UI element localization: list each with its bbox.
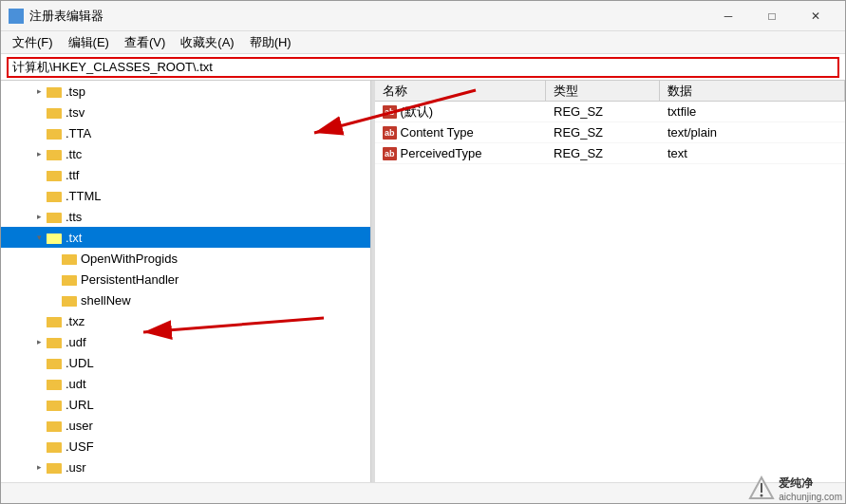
svg-rect-39 [47,319,62,327]
tree-item-PersistentHandler[interactable]: PersistentHandler [1,269,370,289]
folder-icon-UDL [47,356,62,369]
tree-item-usr[interactable]: ▸ .usr [1,457,370,477]
value-data-1: text/plain [660,122,845,142]
folder-icon-tts [47,210,62,223]
expand-icon-ttc[interactable]: ▸ [31,146,47,161]
expand-icon-URL [31,397,47,412]
svg-rect-48 [47,382,62,390]
values-header: 名称 类型 数据 [375,81,845,102]
value-row-2[interactable]: abPerceivedTypeREG_SZtext [375,143,845,164]
maximize-button[interactable]: □ [750,1,794,31]
svg-rect-18 [47,173,62,181]
svg-rect-9 [47,110,62,119]
folder-icon-OpenWithProgids [62,252,77,265]
value-name-text-2: PerceivedType [401,146,482,160]
svg-rect-45 [47,361,62,369]
expand-icon-usr[interactable]: ▸ [31,459,47,475]
tree-item-TTA[interactable]: .TTA [1,122,370,143]
svg-rect-3 [17,17,22,22]
svg-point-67 [761,495,763,497]
values-panel[interactable]: 名称 类型 数据 ab(默认)REG_SZtxtfileabContent Ty… [375,81,845,482]
value-name-2: abPerceivedType [375,143,546,163]
ab-badge-2: ab [383,147,397,160]
tree-label-tsp: .tsp [66,84,85,99]
folder-icon-udf [47,335,62,348]
tree-label-tts: .tts [66,210,82,224]
value-row-0[interactable]: ab(默认)REG_SZtxtfile [375,102,845,122]
value-row-1[interactable]: abContent TypeREG_SZtext/plain [375,122,845,143]
tree-item-shellNew[interactable]: shellNew [1,289,370,310]
tree-item-OpenWithProgids[interactable]: OpenWithProgids [1,248,370,269]
tree-label-tsv: .tsv [66,105,85,120]
tree-item-txz[interactable]: .txz [1,310,370,331]
tree-item-udf[interactable]: ▸ .udf [1,331,370,352]
value-name-text-0: (默认) [401,103,434,121]
tree-item-ttc[interactable]: ▸ .ttc [1,143,370,164]
tree-item-txt[interactable]: ▾ .txt [1,227,370,248]
folder-icon-shellNew [62,293,77,307]
folder-icon-ttf [47,168,62,181]
svg-rect-27 [47,235,62,244]
svg-rect-0 [10,10,15,15]
menu-item-a[interactable]: 收藏夹(A) [173,32,241,53]
svg-rect-57 [47,444,62,453]
tree-panel[interactable]: ▸ .tsp .tsv .TTA▸ .ttc .ttf .TTML▸ .tts▾ [1,81,371,482]
menu-item-e[interactable]: 编辑(E) [61,32,117,53]
tree-label-PersistentHandler: PersistentHandler [81,272,179,287]
tree-label-USF: .USF [66,439,94,454]
value-name-0: ab(默认) [375,102,546,121]
expand-icon-PersistentHandler [47,271,62,287]
svg-rect-12 [47,131,62,140]
title-bar: 注册表编辑器 ─ □ ✕ [1,1,845,31]
folder-icon-PersistentHandler [62,272,77,286]
expand-icon-TTML [31,188,47,203]
main-area: ▸ .tsp .tsv .TTA▸ .ttc .ttf .TTML▸ .tts▾ [1,81,845,482]
expand-icon-tsp[interactable]: ▸ [31,84,47,99]
watermark: 爱纯净 aichunjing.com [748,476,842,502]
tree-label-URL: .URL [66,398,94,412]
tree-item-URL[interactable]: .URL [1,394,370,415]
menu-item-h[interactable]: 帮助(H) [242,32,299,53]
tree-item-ttf[interactable]: .ttf [1,164,370,185]
address-input[interactable] [7,57,839,78]
tree-item-USF[interactable]: .USF [1,436,370,457]
expand-icon-tts[interactable]: ▸ [31,209,47,224]
tree-item-UDL[interactable]: .UDL [1,352,370,373]
tree-label-txz: .txz [66,314,85,328]
tree-item-TTML[interactable]: .TTML [1,185,370,206]
close-button[interactable]: ✕ [794,1,837,31]
ab-badge-0: ab [383,105,397,119]
tree-label-ttf: .ttf [66,168,79,182]
values-body: ab(默认)REG_SZtxtfileabContent TypeREG_SZt… [375,102,845,164]
menu-item-f[interactable]: 文件(F) [5,32,61,53]
folder-icon-user [47,419,62,432]
svg-rect-15 [47,152,62,160]
value-data-0: txtfile [660,102,845,121]
watermark-url: aichunjing.com [779,492,842,502]
tree-label-udf: .udf [66,335,86,349]
folder-icon-txt [47,231,62,244]
expand-icon-txt[interactable]: ▾ [31,230,47,245]
tree-item-tts[interactable]: ▸ .tts [1,206,370,227]
app-icon [9,9,24,24]
svg-rect-36 [62,298,77,307]
minimize-button[interactable]: ─ [706,1,750,31]
tree-item-user[interactable]: .user [1,415,370,436]
tree-label-OpenWithProgids: OpenWithProgids [81,252,178,266]
expand-icon-udf[interactable]: ▸ [31,334,47,349]
tree-label-ttc: .ttc [66,147,82,161]
tree-item-tsv[interactable]: .tsv [1,102,370,122]
expand-icon-OpenWithProgids [47,251,62,266]
col-header-data: 数据 [660,81,845,101]
value-type-2: REG_SZ [546,143,660,163]
tree-item-tsp[interactable]: ▸ .tsp [1,81,370,102]
folder-icon-TTML [47,189,62,202]
tree-label-TTML: .TTML [66,189,102,203]
menu-item-v[interactable]: 查看(V) [117,32,173,53]
watermark-brand: 爱纯净 [779,476,842,492]
tree-label-usr: .usr [66,460,86,475]
value-name-1: abContent Type [375,122,546,142]
tree-item-udt[interactable]: .udt [1,373,370,394]
svg-rect-2 [10,17,15,22]
folder-icon-udt [47,377,62,390]
